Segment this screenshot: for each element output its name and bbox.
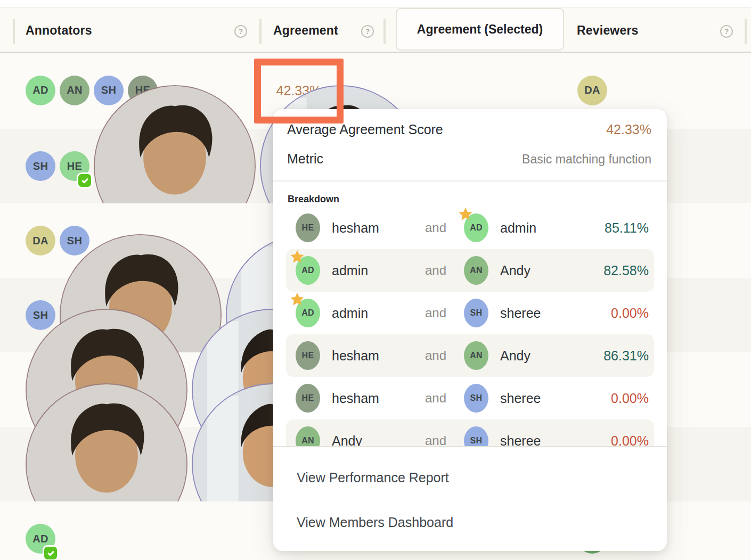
pair-score: 0.00%	[576, 306, 649, 321]
avatar[interactable]: AD	[26, 524, 55, 554]
avatar-initials: HE	[67, 160, 82, 172]
metric-value: Basic matching function	[522, 152, 651, 167]
breakdown-list: HE hesham and AD admin 85.11% AD admin a…	[286, 207, 654, 446]
annotator-avatars: AD	[26, 524, 55, 554]
avatar[interactable]: HE	[296, 213, 320, 242]
column-divider	[745, 19, 747, 44]
pair-name-a: hesham	[332, 348, 407, 364]
star-icon	[289, 249, 305, 265]
metric-label: Metric	[287, 151, 323, 167]
pair-and-text: and	[407, 263, 464, 278]
avatar[interactable]: SH	[26, 151, 55, 181]
breakdown-row[interactable]: AD admin and SH sheree 0.00%	[286, 292, 654, 334]
metric-row: Metric Basic matching function	[287, 151, 651, 167]
column-divider	[383, 19, 386, 44]
highlight-box	[254, 59, 344, 123]
pair-score: 85.11%	[576, 220, 649, 236]
pair-avatar-b: AN	[464, 256, 488, 285]
average-score-row: Average Agreement Score 42.33%	[287, 122, 651, 137]
star-icon	[289, 292, 305, 308]
help-icon[interactable]: ?	[720, 25, 733, 38]
pair-name-a: admin	[332, 263, 407, 278]
popover-divider	[273, 180, 667, 182]
breakdown-label: Breakdown	[288, 194, 339, 205]
view-members-dashboard-link[interactable]: View Members Dashboard	[297, 515, 453, 530]
column-divider	[13, 19, 15, 44]
pair-avatar-b: AD	[464, 213, 488, 242]
avatar[interactable]: SH	[464, 384, 488, 413]
avatar-initials: DA	[584, 84, 600, 96]
breakdown-row[interactable]: HE hesham and SH sheree 0.00%	[286, 377, 654, 419]
avatar-initials: AN	[470, 351, 483, 360]
avatar-initials: HE	[302, 393, 314, 403]
avatar[interactable]: AN	[464, 256, 488, 285]
avatar-initials: HE	[302, 223, 314, 233]
pair-avatar-a: AD	[296, 299, 320, 327]
help-icon[interactable]: ?	[361, 25, 374, 38]
avatar[interactable]: HE	[60, 151, 89, 181]
pair-avatar-b: AN	[464, 341, 488, 370]
reviewer-avatars: DA	[577, 76, 607, 105]
agreement-popover: Average Agreement Score 42.33% Metric Ba…	[273, 109, 667, 551]
pair-avatar-b: SH	[464, 426, 488, 446]
pair-score: 0.00%	[576, 433, 649, 447]
pair-and-text: and	[407, 348, 464, 363]
pair-score: 82.58%	[576, 263, 649, 278]
avatar-initials: SH	[470, 393, 483, 403]
avatar[interactable]: AN	[296, 426, 320, 446]
avatar-initials: SH	[470, 308, 483, 318]
pair-avatar-a: HE	[296, 341, 320, 370]
breakdown-row[interactable]: HE hesham and AN Andy 86.31%	[286, 334, 654, 377]
pair-and-text: and	[407, 306, 464, 320]
avatar[interactable]: AD	[464, 213, 488, 242]
avatar[interactable]: HE	[296, 384, 320, 413]
avatar-initials: HE	[302, 351, 314, 360]
pair-avatar-a: HE	[296, 384, 320, 413]
agreement-table-page: Annotators ? Agreement ? Agreement (Sele…	[0, 0, 751, 560]
avatar-initials: AD	[470, 223, 483, 233]
pair-avatar-a: HE	[296, 213, 320, 242]
average-score-value: 42.33%	[606, 122, 651, 137]
annotators-column-header: Annotators	[26, 23, 92, 38]
avatar[interactable]: SH	[464, 299, 488, 327]
pair-name-b: sheree	[500, 391, 576, 406]
avatar[interactable]: SH	[464, 426, 488, 446]
avatar-initials: AN	[470, 266, 483, 275]
avatar[interactable]: DA	[577, 76, 607, 105]
reviewers-column-header: Reviewers	[577, 23, 639, 38]
avatar-initials: AD	[301, 266, 314, 275]
pair-avatar-a: AN	[296, 426, 320, 446]
average-score-label: Average Agreement Score	[287, 122, 443, 137]
pair-name-b: sheree	[500, 306, 576, 321]
breakdown-row[interactable]: AN Andy and SH sheree 0.00%	[286, 419, 654, 446]
avatar-initials: AD	[32, 533, 48, 545]
pair-and-text: and	[407, 220, 464, 235]
star-icon	[458, 207, 474, 223]
pair-name-b: sheree	[500, 433, 576, 447]
pair-avatar-b: SH	[464, 384, 488, 413]
help-icon[interactable]: ?	[234, 25, 247, 38]
avatar[interactable]: AD	[296, 256, 320, 285]
avatar[interactable]: AD	[296, 299, 320, 327]
breakdown-row[interactable]: AD admin and AN Andy 82.58%	[286, 249, 654, 292]
column-divider	[259, 19, 262, 44]
pair-and-text: and	[407, 433, 464, 446]
pair-name-b: Andy	[500, 348, 576, 364]
avatar-initials: AD	[301, 308, 314, 318]
pair-score: 0.00%	[576, 391, 649, 406]
pair-name-a: admin	[332, 306, 407, 321]
avatar[interactable]: AN	[464, 341, 488, 370]
pair-name-b: Andy	[500, 263, 576, 278]
avatar-initials: AN	[301, 436, 314, 446]
pair-name-a: hesham	[332, 391, 407, 406]
top-strip	[0, 0, 751, 7]
breakdown-row[interactable]: HE hesham and AD admin 85.11%	[286, 207, 654, 249]
pair-name-a: Andy	[332, 433, 407, 447]
agreement-selected-tab[interactable]: Agreement (Selected)	[396, 8, 564, 51]
avatar[interactable]: HE	[296, 341, 320, 370]
pair-score: 86.31%	[576, 348, 649, 364]
view-performance-report-link[interactable]: View Performance Report	[297, 470, 449, 485]
verified-check-icon	[43, 545, 59, 560]
pair-avatar-b: SH	[464, 299, 488, 327]
table-header: Annotators ? Agreement ? Agreement (Sele…	[0, 7, 751, 53]
